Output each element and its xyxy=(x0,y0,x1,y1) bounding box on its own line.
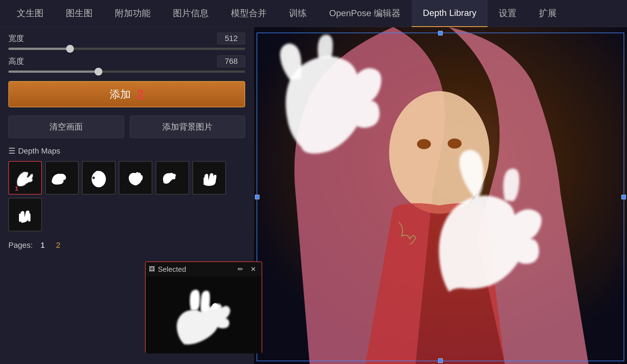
thumb-hand-6-rect xyxy=(204,177,206,185)
thumb-hand-7-path1 xyxy=(20,210,30,223)
height-slider-row: 高度 768 xyxy=(8,55,245,73)
thumb-item-3[interactable] xyxy=(82,161,115,195)
main-layout: 宽度 512 高度 768 添加 2 xyxy=(0,27,627,364)
eye-left xyxy=(417,139,431,149)
thumb-hand-6-path xyxy=(204,173,216,186)
page-1[interactable]: 1 xyxy=(37,240,48,251)
thumb-hand-4-svg xyxy=(120,162,151,193)
depth-maps-header: ☰ Depth Maps xyxy=(8,146,245,156)
hamburger-icon: ☰ xyxy=(8,146,15,156)
thumb-hand-5-path xyxy=(163,173,176,184)
width-slider-track[interactable] xyxy=(8,48,245,50)
add-button[interactable]: 添加 2 xyxy=(9,82,245,107)
clear-canvas-button[interactable]: 清空画面 xyxy=(8,116,124,138)
depth-maps-title: Depth Maps xyxy=(18,147,60,156)
top-navigation: 文生图 图生图 附加功能 图片信息 模型合并 训练 OpenPose 编辑器 D… xyxy=(0,0,627,27)
add-button-count: 2 xyxy=(136,87,144,102)
thumb-hand-3-ellipse xyxy=(91,171,106,187)
close-preview-icon[interactable]: ✕ xyxy=(248,264,258,274)
right-panel xyxy=(254,27,627,364)
thumb-item-1[interactable]: 1 xyxy=(8,161,42,195)
nav-extras[interactable]: 附加功能 xyxy=(104,0,162,27)
nav-extensions[interactable]: 扩展 xyxy=(528,0,568,27)
thumb-grid: 1 xyxy=(8,161,245,231)
thumb-hand-1-svg: 1 xyxy=(10,162,40,193)
left-panel: 宽度 512 高度 768 添加 2 xyxy=(0,27,254,364)
nav-txt2img[interactable]: 文生图 xyxy=(6,0,55,27)
add-bg-button[interactable]: 添加背景图片 xyxy=(130,116,245,138)
height-value[interactable]: 768 xyxy=(217,55,245,67)
width-slider-fill xyxy=(8,48,70,50)
thumb-item-7[interactable] xyxy=(8,198,42,231)
width-label: 宽度 xyxy=(8,33,24,44)
thumb-hand-3-svg xyxy=(83,162,114,193)
thumb-hand-3-circle xyxy=(92,176,95,179)
thumb-hand-4-path xyxy=(129,172,143,186)
thumb-and-preview-container: 1 xyxy=(8,161,245,231)
width-slider-row: 宽度 512 xyxy=(8,33,245,50)
nav-settings[interactable]: 设置 xyxy=(488,0,528,27)
bg-image-svg xyxy=(254,27,627,364)
selected-preview-label: Selected xyxy=(158,265,233,274)
thumb-hand-5-svg xyxy=(157,162,188,193)
edit-icon[interactable]: ✏ xyxy=(235,264,245,274)
thumb-hand-2-svg xyxy=(47,162,77,193)
thumb-hand-3-finger xyxy=(95,171,100,173)
nav-img2img[interactable]: 图生图 xyxy=(55,0,104,27)
width-slider-thumb[interactable] xyxy=(66,45,74,53)
thumb-hand-7-svg xyxy=(10,199,40,230)
eye-right xyxy=(448,139,462,149)
height-label: 高度 xyxy=(8,56,24,67)
selected-preview-header: 🖼 Selected ✏ ✕ xyxy=(146,262,262,276)
pages-label: Pages: xyxy=(8,241,33,250)
thumb-item-6[interactable] xyxy=(192,161,226,195)
action-buttons: 清空画面 添加背景图片 xyxy=(8,116,245,138)
selected-hand-finger1 xyxy=(190,290,200,310)
selected-hand-svg xyxy=(151,277,257,353)
pages-row: Pages: 1 2 xyxy=(8,240,245,251)
nav-imginfo[interactable]: 图片信息 xyxy=(162,0,220,27)
add-button-wrapper: 添加 2 xyxy=(8,81,245,107)
thumb-item-4[interactable] xyxy=(119,161,152,195)
nav-merge[interactable]: 模型合并 xyxy=(220,0,278,27)
thumb-hand-1-path xyxy=(17,172,33,186)
nav-train[interactable]: 训练 xyxy=(278,0,318,27)
thumb-hand-7-rect1 xyxy=(19,213,21,222)
selected-preview-image xyxy=(146,276,262,353)
add-button-label: 添加 xyxy=(110,87,131,101)
selected-preview-panel: 🖼 Selected ✏ ✕ xyxy=(145,261,262,353)
thumb-item-2[interactable] xyxy=(45,161,79,195)
height-slider-fill xyxy=(8,71,98,73)
thumb-hand-7-rect2 xyxy=(28,213,30,221)
selected-preview-icon: 🖼 xyxy=(149,266,155,273)
width-value[interactable]: 512 xyxy=(217,33,245,44)
thumb-item-5[interactable] xyxy=(156,161,189,195)
thumb-hand-2-path xyxy=(52,174,66,185)
page-2[interactable]: 2 xyxy=(53,240,64,251)
thumb-1-label: 1 xyxy=(15,185,18,192)
canvas-preview xyxy=(254,27,627,364)
nav-depth-library[interactable]: Depth Library xyxy=(412,0,488,27)
height-slider-track[interactable] xyxy=(8,71,245,73)
thumb-hand-6-svg xyxy=(194,162,225,193)
nav-openpose[interactable]: OpenPose 编辑器 xyxy=(318,0,412,27)
height-slider-thumb[interactable] xyxy=(95,68,102,76)
